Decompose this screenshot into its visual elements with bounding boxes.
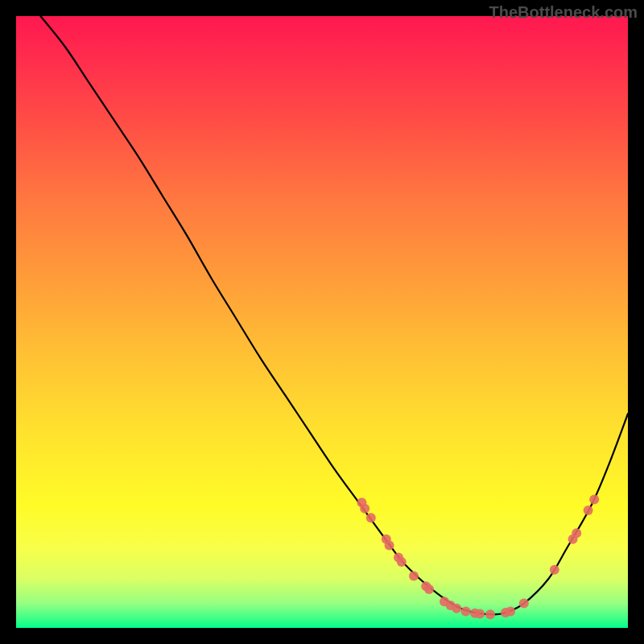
data-point-marker <box>424 584 434 594</box>
data-point-marker <box>366 513 376 522</box>
curve-line <box>40 16 628 614</box>
watermark-text: TheBottleneck.com <box>489 3 638 22</box>
chart-plot-area <box>16 16 628 628</box>
data-point-marker <box>409 571 419 580</box>
data-point-marker <box>519 599 529 609</box>
data-point-marker <box>452 604 461 613</box>
data-point-marker <box>572 528 581 538</box>
data-point-marker <box>584 506 593 515</box>
data-point-marker <box>461 607 471 617</box>
data-point-marker <box>475 609 485 619</box>
data-point-marker <box>589 494 599 504</box>
data-point-marker <box>550 565 559 575</box>
data-point-marker <box>360 504 369 514</box>
data-point-marker <box>506 607 515 617</box>
data-point-marker <box>385 540 394 550</box>
data-point-marker <box>397 557 407 567</box>
chart-svg <box>16 16 628 628</box>
data-point-marker <box>485 609 495 619</box>
